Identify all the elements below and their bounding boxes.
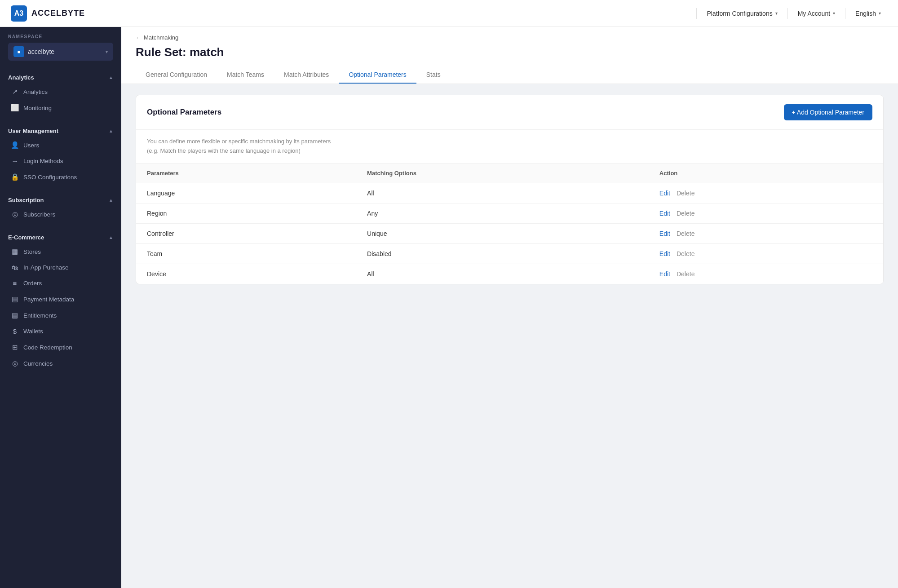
- action-cell-4: Edit Delete: [649, 264, 883, 284]
- param-name-2: Controller: [136, 223, 356, 243]
- delete-button-1[interactable]: Delete: [677, 210, 695, 217]
- sidebar-item-subscribers[interactable]: ◎ Subscribers: [0, 206, 121, 222]
- delete-button-2[interactable]: Delete: [677, 230, 695, 237]
- subscription-toggle-icon: ▲: [109, 198, 113, 203]
- table-row: Language All Edit Delete: [136, 183, 883, 203]
- breadcrumb-link[interactable]: Matchmaking: [144, 34, 178, 41]
- sidebar-item-analytics[interactable]: ↗ Analytics: [0, 84, 121, 100]
- sidebar-item-entitlements-label: Entitlements: [23, 312, 57, 319]
- matching-option-4: All: [356, 264, 649, 284]
- monitoring-icon: ⬜: [11, 104, 19, 112]
- sidebar-item-monitoring[interactable]: ⬜ Monitoring: [0, 100, 121, 116]
- page-header: ← Matchmaking Rule Set: match General Co…: [121, 27, 898, 84]
- col-header-action: Action: [649, 164, 883, 183]
- params-table: Parameters Matching Options Action Langu…: [136, 164, 883, 284]
- sso-icon: 🔒: [11, 173, 19, 181]
- analytics-toggle-icon: ▲: [109, 75, 113, 80]
- brand-name: ACCELBYTE: [31, 9, 85, 18]
- login-methods-icon: →: [11, 157, 19, 165]
- in-app-purchase-icon: 🛍: [11, 264, 19, 271]
- nav-divider-1: [696, 8, 697, 19]
- namespace-selector[interactable]: ■ accelbyte ▾: [8, 43, 113, 61]
- page-title: Rule Set: match: [136, 45, 884, 59]
- sidebar-item-code-redemption[interactable]: ⊞ Code Redemption: [0, 339, 121, 355]
- delete-button-3[interactable]: Delete: [677, 250, 695, 257]
- subscribers-icon: ◎: [11, 210, 19, 218]
- ecommerce-toggle-icon: ▲: [109, 235, 113, 240]
- delete-button-0[interactable]: Delete: [677, 190, 695, 197]
- edit-button-3[interactable]: Edit: [659, 250, 670, 257]
- tab-stats[interactable]: Stats: [416, 66, 451, 84]
- app-body: NAMESPACE ■ accelbyte ▾ Analytics ▲ ↗ An…: [0, 27, 898, 588]
- language-dropdown[interactable]: English ▾: [849, 6, 887, 21]
- nav-divider-2: [787, 8, 788, 19]
- table-body: Language All Edit Delete Region Any Edit…: [136, 183, 883, 284]
- delete-button-4[interactable]: Delete: [677, 270, 695, 278]
- my-account-label: My Account: [798, 10, 830, 17]
- edit-button-2[interactable]: Edit: [659, 230, 670, 237]
- nav-divider-3: [845, 8, 845, 19]
- tab-match-teams[interactable]: Match Teams: [217, 66, 274, 84]
- currencies-icon: ◎: [11, 359, 19, 367]
- my-account-dropdown[interactable]: My Account ▾: [792, 6, 841, 21]
- wallets-icon: $: [11, 327, 19, 335]
- action-cell-0: Edit Delete: [649, 183, 883, 203]
- sidebar-item-stores[interactable]: ▦ Stores: [0, 243, 121, 260]
- tab-general-configuration[interactable]: General Configuration: [136, 66, 217, 84]
- breadcrumb: ← Matchmaking: [136, 34, 884, 41]
- add-optional-parameter-button[interactable]: + Add Optional Parameter: [784, 104, 873, 120]
- sidebar-item-users-label: Users: [23, 142, 39, 149]
- sidebar-item-payment-metadata[interactable]: ▤ Payment Metadata: [0, 291, 121, 307]
- language-chevron: ▾: [879, 11, 881, 16]
- table-header-row: Parameters Matching Options Action: [136, 164, 883, 183]
- sidebar-section-header-ecommerce[interactable]: E-Commerce ▲: [0, 231, 121, 243]
- content-area: Optional Parameters + Add Optional Param…: [121, 84, 898, 295]
- sidebar-section-subscription: Subscription ▲ ◎ Subscribers: [0, 188, 121, 225]
- logo-icon: A3: [11, 5, 27, 22]
- namespace-chevron-icon: ▾: [106, 49, 108, 54]
- param-name-1: Region: [136, 203, 356, 223]
- sidebar-section-ecommerce: E-Commerce ▲ ▦ Stores 🛍 In-App Purchase …: [0, 225, 121, 374]
- table-row: Controller Unique Edit Delete: [136, 223, 883, 243]
- table-head: Parameters Matching Options Action: [136, 164, 883, 183]
- sidebar-section-header-user-management[interactable]: User Management ▲: [0, 125, 121, 137]
- sidebar-item-sso-configurations[interactable]: 🔒 SSO Configurations: [0, 169, 121, 185]
- col-header-matching-options: Matching Options: [356, 164, 649, 183]
- tab-optional-parameters[interactable]: Optional Parameters: [339, 66, 416, 84]
- edit-button-1[interactable]: Edit: [659, 210, 670, 217]
- platform-config-label: Platform Configurations: [707, 10, 772, 17]
- sidebar-section-user-management: User Management ▲ 👤 Users → Login Method…: [0, 119, 121, 188]
- tab-match-attributes[interactable]: Match Attributes: [274, 66, 339, 84]
- sidebar-item-currencies-label: Currencies: [23, 360, 53, 367]
- edit-button-4[interactable]: Edit: [659, 270, 670, 278]
- sidebar-section-title-subscription: Subscription: [8, 197, 44, 203]
- user-management-toggle-icon: ▲: [109, 128, 113, 133]
- main-content: ← Matchmaking Rule Set: match General Co…: [121, 27, 898, 588]
- top-nav-right: Platform Configurations ▾ My Account ▾ E…: [695, 6, 887, 21]
- card-header: Optional Parameters + Add Optional Param…: [136, 95, 883, 130]
- sidebar-item-users[interactable]: 👤 Users: [0, 137, 121, 153]
- sidebar-item-code-redemption-label: Code Redemption: [23, 344, 72, 351]
- sidebar-item-analytics-label: Analytics: [23, 88, 48, 95]
- edit-button-0[interactable]: Edit: [659, 190, 670, 197]
- sidebar-item-sso-label: SSO Configurations: [23, 174, 77, 181]
- action-cell-1: Edit Delete: [649, 203, 883, 223]
- platform-config-dropdown[interactable]: Platform Configurations ▾: [700, 6, 783, 21]
- sidebar-item-currencies[interactable]: ◎ Currencies: [0, 355, 121, 371]
- sidebar-item-monitoring-label: Monitoring: [23, 105, 52, 111]
- logo-area: A3 ACCELBYTE: [11, 5, 695, 22]
- sidebar: NAMESPACE ■ accelbyte ▾ Analytics ▲ ↗ An…: [0, 27, 121, 588]
- sidebar-item-orders[interactable]: ≡ Orders: [0, 275, 121, 291]
- orders-icon: ≡: [11, 279, 19, 287]
- sidebar-item-entitlements[interactable]: ▤ Entitlements: [0, 307, 121, 323]
- sidebar-section-header-subscription[interactable]: Subscription ▲: [0, 194, 121, 206]
- matching-option-0: All: [356, 183, 649, 203]
- namespace-label: NAMESPACE: [8, 34, 113, 39]
- sidebar-section-header-analytics[interactable]: Analytics ▲: [0, 71, 121, 84]
- sidebar-item-in-app-purchase[interactable]: 🛍 In-App Purchase: [0, 260, 121, 275]
- sidebar-item-login-methods[interactable]: → Login Methods: [0, 153, 121, 169]
- top-nav: A3 ACCELBYTE Platform Configurations ▾ M…: [0, 0, 898, 27]
- matching-option-2: Unique: [356, 223, 649, 243]
- sidebar-item-wallets[interactable]: $ Wallets: [0, 323, 121, 339]
- matching-option-1: Any: [356, 203, 649, 223]
